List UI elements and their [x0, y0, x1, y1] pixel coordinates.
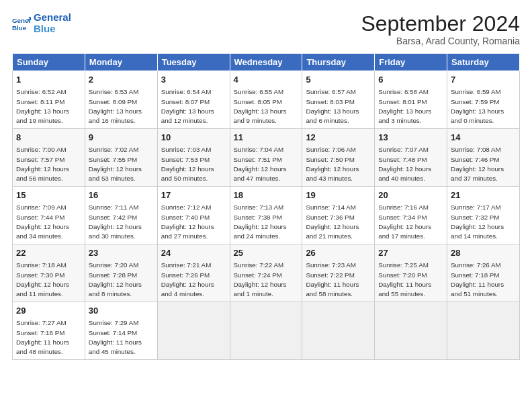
location-subtitle: Barsa, Arad County, Romania — [361, 36, 520, 46]
calendar-day-cell — [230, 302, 302, 360]
day-number: 4 — [234, 74, 299, 86]
day-info: Sunrise: 7:21 AM Sunset: 7:26 PM Dayligh… — [161, 261, 226, 299]
title-area: September 2024 Barsa, Arad County, Roman… — [361, 12, 520, 46]
calendar-day-cell — [302, 302, 375, 360]
day-info: Sunrise: 7:29 AM Sunset: 7:14 PM Dayligh… — [89, 318, 154, 357]
day-number: 6 — [378, 74, 443, 86]
day-number: 8 — [16, 132, 81, 144]
day-number: 22 — [16, 247, 81, 259]
calendar-day-cell: 16Sunrise: 7:11 AM Sunset: 7:42 PM Dayli… — [85, 187, 157, 244]
day-info: Sunrise: 7:22 AM Sunset: 7:24 PM Dayligh… — [234, 261, 299, 299]
calendar-day-cell: 18Sunrise: 7:13 AM Sunset: 7:38 PM Dayli… — [230, 187, 302, 244]
calendar-day-cell: 23Sunrise: 7:20 AM Sunset: 7:28 PM Dayli… — [85, 244, 157, 302]
day-number: 29 — [16, 305, 81, 317]
calendar-day-cell: 6Sunrise: 6:58 AM Sunset: 8:01 PM Daylig… — [375, 71, 447, 129]
day-info: Sunrise: 7:03 AM Sunset: 7:53 PM Dayligh… — [161, 145, 226, 183]
day-number: 13 — [378, 132, 443, 144]
calendar-header-cell: Tuesday — [157, 54, 230, 71]
day-info: Sunrise: 6:55 AM Sunset: 8:05 PM Dayligh… — [234, 87, 299, 126]
svg-text:Blue: Blue — [12, 24, 27, 31]
calendar-week-row: 15Sunrise: 7:09 AM Sunset: 7:44 PM Dayli… — [13, 187, 520, 244]
day-number: 15 — [16, 189, 81, 201]
calendar-day-cell — [375, 302, 447, 360]
day-info: Sunrise: 7:25 AM Sunset: 7:20 PM Dayligh… — [378, 261, 443, 299]
day-info: Sunrise: 7:04 AM Sunset: 7:51 PM Dayligh… — [234, 145, 299, 183]
calendar-day-cell: 30Sunrise: 7:29 AM Sunset: 7:14 PM Dayli… — [85, 302, 157, 360]
day-number: 7 — [451, 74, 516, 86]
calendar-week-row: 22Sunrise: 7:18 AM Sunset: 7:30 PM Dayli… — [13, 244, 520, 302]
day-number: 23 — [89, 247, 154, 259]
calendar-day-cell: 24Sunrise: 7:21 AM Sunset: 7:26 PM Dayli… — [157, 244, 230, 302]
day-info: Sunrise: 6:57 AM Sunset: 8:03 PM Dayligh… — [306, 87, 371, 126]
calendar-header: SundayMondayTuesdayWednesdayThursdayFrid… — [13, 54, 520, 71]
day-number: 10 — [161, 132, 226, 144]
day-number: 19 — [306, 189, 371, 201]
day-number: 16 — [89, 189, 154, 201]
day-info: Sunrise: 7:06 AM Sunset: 7:50 PM Dayligh… — [306, 145, 371, 183]
calendar-day-cell: 26Sunrise: 7:23 AM Sunset: 7:22 PM Dayli… — [302, 244, 375, 302]
day-info: Sunrise: 7:13 AM Sunset: 7:38 PM Dayligh… — [234, 203, 299, 241]
day-info: Sunrise: 7:07 AM Sunset: 7:48 PM Dayligh… — [378, 145, 443, 183]
calendar-day-cell: 21Sunrise: 7:17 AM Sunset: 7:32 PM Dayli… — [447, 187, 520, 244]
calendar-day-cell: 7Sunrise: 6:59 AM Sunset: 7:59 PM Daylig… — [447, 71, 520, 129]
calendar-day-cell: 10Sunrise: 7:03 AM Sunset: 7:53 PM Dayli… — [157, 129, 230, 187]
calendar-day-cell — [157, 302, 230, 360]
calendar-day-cell: 1Sunrise: 6:52 AM Sunset: 8:11 PM Daylig… — [13, 71, 85, 129]
day-info: Sunrise: 6:54 AM Sunset: 8:07 PM Dayligh… — [161, 87, 226, 126]
calendar-day-cell: 8Sunrise: 7:00 AM Sunset: 7:57 PM Daylig… — [13, 129, 85, 187]
day-number: 3 — [161, 74, 226, 86]
day-number: 25 — [234, 247, 299, 259]
calendar-day-cell: 29Sunrise: 7:27 AM Sunset: 7:16 PM Dayli… — [13, 302, 85, 360]
day-info: Sunrise: 6:59 AM Sunset: 7:59 PM Dayligh… — [451, 87, 516, 126]
day-number: 5 — [306, 74, 371, 86]
day-info: Sunrise: 7:09 AM Sunset: 7:44 PM Dayligh… — [16, 203, 81, 241]
day-info: Sunrise: 6:52 AM Sunset: 8:11 PM Dayligh… — [16, 87, 81, 126]
calendar-day-cell: 9Sunrise: 7:02 AM Sunset: 7:55 PM Daylig… — [85, 129, 157, 187]
calendar-day-cell: 12Sunrise: 7:06 AM Sunset: 7:50 PM Dayli… — [302, 129, 375, 187]
calendar-day-cell: 17Sunrise: 7:12 AM Sunset: 7:40 PM Dayli… — [157, 187, 230, 244]
day-info: Sunrise: 7:20 AM Sunset: 7:28 PM Dayligh… — [89, 261, 154, 299]
calendar-day-cell: 4Sunrise: 6:55 AM Sunset: 8:05 PM Daylig… — [230, 71, 302, 129]
day-number: 30 — [89, 305, 154, 317]
day-info: Sunrise: 7:12 AM Sunset: 7:40 PM Dayligh… — [161, 203, 226, 241]
day-number: 20 — [378, 189, 443, 201]
calendar-day-cell: 22Sunrise: 7:18 AM Sunset: 7:30 PM Dayli… — [13, 244, 85, 302]
day-number: 2 — [89, 74, 154, 86]
logo-line1: General — [34, 12, 71, 24]
month-title: September 2024 — [361, 12, 520, 36]
calendar-day-cell: 15Sunrise: 7:09 AM Sunset: 7:44 PM Dayli… — [13, 187, 85, 244]
day-number: 18 — [234, 189, 299, 201]
page: General Blue General Blue September 2024… — [0, 0, 532, 411]
day-info: Sunrise: 7:02 AM Sunset: 7:55 PM Dayligh… — [89, 145, 154, 183]
day-number: 27 — [378, 247, 443, 259]
calendar-week-row: 29Sunrise: 7:27 AM Sunset: 7:16 PM Dayli… — [13, 302, 520, 360]
logo: General Blue General Blue — [12, 12, 71, 34]
day-info: Sunrise: 7:16 AM Sunset: 7:34 PM Dayligh… — [378, 203, 443, 241]
header-row: SundayMondayTuesdayWednesdayThursdayFrid… — [13, 54, 520, 71]
day-number: 9 — [89, 132, 154, 144]
calendar-day-cell: 14Sunrise: 7:08 AM Sunset: 7:46 PM Dayli… — [447, 129, 520, 187]
day-number: 26 — [306, 247, 371, 259]
day-info: Sunrise: 7:14 AM Sunset: 7:36 PM Dayligh… — [306, 203, 371, 241]
calendar-header-cell: Wednesday — [230, 54, 302, 71]
day-number: 1 — [16, 74, 81, 86]
day-number: 14 — [451, 132, 516, 144]
calendar-week-row: 8Sunrise: 7:00 AM Sunset: 7:57 PM Daylig… — [13, 129, 520, 187]
calendar-day-cell: 5Sunrise: 6:57 AM Sunset: 8:03 PM Daylig… — [302, 71, 375, 129]
day-number: 11 — [234, 132, 299, 144]
calendar-week-row: 1Sunrise: 6:52 AM Sunset: 8:11 PM Daylig… — [13, 71, 520, 129]
day-info: Sunrise: 7:08 AM Sunset: 7:46 PM Dayligh… — [451, 145, 516, 183]
day-info: Sunrise: 7:23 AM Sunset: 7:22 PM Dayligh… — [306, 261, 371, 299]
calendar-day-cell: 19Sunrise: 7:14 AM Sunset: 7:36 PM Dayli… — [302, 187, 375, 244]
day-number: 21 — [451, 189, 516, 201]
calendar-header-cell: Saturday — [447, 54, 520, 71]
day-info: Sunrise: 7:17 AM Sunset: 7:32 PM Dayligh… — [451, 203, 516, 241]
calendar-day-cell: 28Sunrise: 7:26 AM Sunset: 7:18 PM Dayli… — [447, 244, 520, 302]
day-info: Sunrise: 6:58 AM Sunset: 8:01 PM Dayligh… — [378, 87, 443, 126]
day-number: 24 — [161, 247, 226, 259]
day-info: Sunrise: 7:11 AM Sunset: 7:42 PM Dayligh… — [89, 203, 154, 241]
calendar-day-cell: 25Sunrise: 7:22 AM Sunset: 7:24 PM Dayli… — [230, 244, 302, 302]
day-info: Sunrise: 7:27 AM Sunset: 7:16 PM Dayligh… — [16, 318, 81, 357]
calendar-day-cell: 2Sunrise: 6:53 AM Sunset: 8:09 PM Daylig… — [85, 71, 157, 129]
calendar-header-cell: Sunday — [13, 54, 85, 71]
